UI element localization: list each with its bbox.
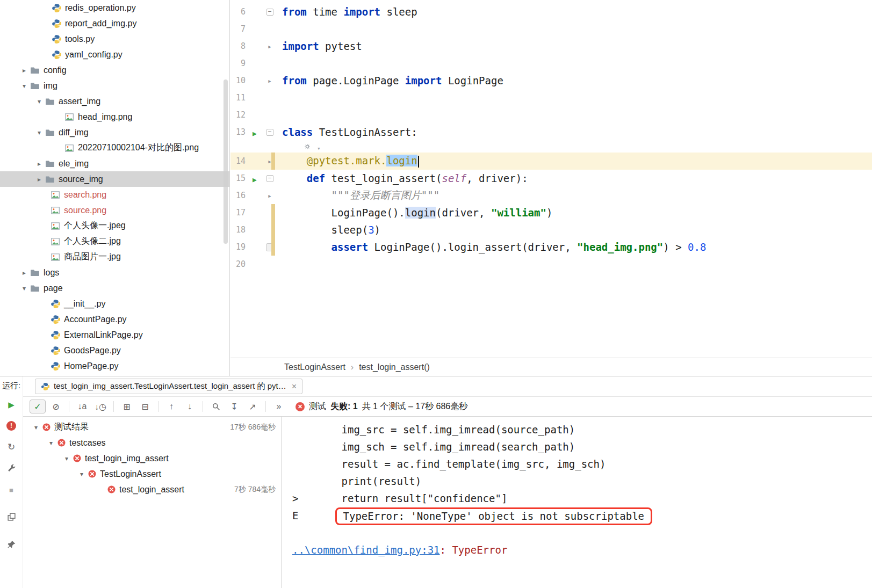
more-actions-button[interactable]: »	[271, 400, 287, 413]
magnifier-button[interactable]	[208, 400, 224, 413]
project-tree-item[interactable]: redis_operation.py	[0, 0, 229, 16]
fold-icon[interactable]: −	[266, 129, 273, 136]
chevron-right-icon[interactable]: ▸	[33, 160, 45, 168]
sort-by-duration-button[interactable]: ↓◷	[92, 400, 109, 413]
restore-layout-button[interactable]	[6, 511, 17, 522]
editor-line[interactable]: 8▸import pytest	[230, 38, 872, 55]
gutter-fold-column: ▸	[262, 157, 278, 165]
test-tree-item[interactable]: ▾TestLoginAssert	[23, 466, 281, 482]
project-tree-item[interactable]: 20220710002104-对比的图.png	[0, 140, 229, 156]
editor-line[interactable]: 9	[230, 55, 872, 72]
export-test-results-button[interactable]: ↗	[244, 400, 261, 413]
chevron-right-icon[interactable]: ▸	[18, 269, 30, 277]
project-tree-item[interactable]: ▾page	[0, 280, 229, 296]
project-tree-item[interactable]: report_add_img.py	[0, 16, 229, 31]
tree-item-label: diff_img	[59, 128, 89, 137]
import-test-results-button[interactable]: ↧	[226, 400, 242, 413]
breadcrumb-item[interactable]: TestLoginAssert	[284, 362, 345, 372]
show-passed-toggle[interactable]: ✓	[30, 400, 46, 413]
editor-panel[interactable]: 6−from time import sleep78▸import pytest…	[230, 0, 872, 358]
project-tree-item[interactable]: ▾assert_img	[0, 93, 229, 109]
next-failed-test-button[interactable]: ↓	[182, 400, 198, 413]
project-tree-item[interactable]: search.png	[0, 187, 229, 202]
project-tree-item[interactable]: __init__.py	[0, 296, 229, 311]
chevron-down-icon[interactable]: ▾	[45, 439, 57, 447]
project-tree-item[interactable]: GoodsPage.py	[0, 343, 229, 358]
chevron-down-icon[interactable]: ▾	[61, 455, 73, 462]
sort-alphabetically-button[interactable]: ↓a	[74, 400, 90, 413]
editor-line[interactable]: 7	[230, 20, 872, 38]
pin-tab-button[interactable]	[6, 539, 17, 550]
tree-item-label: page	[44, 284, 63, 293]
inlay-icons: ▾	[278, 141, 321, 153]
test-duration: 17秒 686毫秒	[230, 423, 281, 432]
project-tree-item[interactable]: 商品图片一.jpg	[0, 249, 229, 265]
stop-button[interactable]: ■	[6, 484, 17, 495]
breadcrumb-item[interactable]: test_login_assert()	[359, 362, 430, 372]
run-tool-window: 运行: ▶!↻■ test_login_img_assert.TestLogin…	[0, 376, 872, 588]
project-tree-item[interactable]: head_img.png	[0, 109, 229, 125]
project-tree-item[interactable]: 个人头像二.jpg	[0, 234, 229, 249]
fold-icon[interactable]: −	[266, 9, 273, 16]
project-tree-item[interactable]: ▾diff_img	[0, 125, 229, 140]
collapse-all-button[interactable]: ⊟	[137, 400, 153, 413]
project-tree-item[interactable]: source.png	[0, 202, 229, 218]
line-number: 8	[230, 41, 248, 51]
editor-line[interactable]: 10▸from page.LoginPage import LoginPage	[230, 72, 872, 89]
tree-item-label: __init__.py	[64, 299, 105, 309]
chevron-right-icon[interactable]: ▸	[18, 67, 30, 74]
stacktrace-link[interactable]: ..\common\find_img.py:31	[292, 544, 440, 556]
chevron-down-icon[interactable]: ▾	[76, 470, 88, 478]
project-tree-item[interactable]: ▾img	[0, 78, 229, 93]
editor-line[interactable]: 14▸ @pytest.mark.login	[230, 153, 872, 170]
project-tree-item[interactable]: 个人头像一.jpeg	[0, 218, 229, 234]
toggle-auto-test-button[interactable]: ↻	[6, 441, 17, 452]
chevron-right-icon[interactable]: ▸	[33, 176, 45, 183]
settings-wrench-button[interactable]	[6, 463, 17, 474]
previous-failed-test-button[interactable]: ↑	[163, 400, 179, 413]
editor-line[interactable]: 12	[230, 106, 872, 124]
editor-line[interactable]: 16▸ """登录后断言图片"""	[230, 187, 872, 204]
editor-line[interactable]: 17 LoginPage().login(driver, "william")	[230, 204, 872, 221]
editor-line[interactable]: 13▶−class TestLoginAssert:	[230, 124, 872, 141]
run-test-icon[interactable]: ▶	[253, 176, 257, 184]
editor-line[interactable]: 6−from time import sleep	[230, 3, 872, 20]
fold-arrow-icon[interactable]: ▸	[268, 192, 272, 200]
test-tree-item[interactable]: ▾测试结果17秒 686毫秒	[23, 419, 281, 435]
run-configuration-tab[interactable]: test_login_img_assert.TestLoginAssert.te…	[35, 379, 302, 394]
expand-all-button[interactable]: ⊞	[119, 400, 135, 413]
project-tree-item[interactable]: tools.py	[0, 31, 229, 47]
console-text: img_sch = self.img_imread(search_path)	[292, 441, 575, 453]
test-tree-item[interactable]: ▾test_login_img_assert	[23, 451, 281, 466]
tree-item-label: 商品图片一.jpg	[64, 251, 121, 263]
fold-icon[interactable]: −	[266, 175, 273, 182]
chevron-down-icon[interactable]: ▾	[18, 82, 30, 90]
project-tree-item[interactable]: ▸ele_img	[0, 156, 229, 171]
editor-line[interactable]: 18 sleep(3)	[230, 221, 872, 238]
editor-line[interactable]: 15▶− def test_login_assert(self, driver)…	[230, 170, 872, 187]
fold-arrow-icon[interactable]: ▸	[268, 77, 272, 85]
editor-line[interactable]: 11	[230, 89, 872, 106]
chevron-down-icon[interactable]: ▾	[30, 424, 42, 431]
rerun-tests-button[interactable]: ▶	[6, 400, 17, 410]
fold-arrow-icon[interactable]: ▸	[268, 42, 272, 50]
test-tree-item[interactable]: test_login_assert7秒 784毫秒	[23, 482, 281, 497]
project-tree-item[interactable]: ▸config	[0, 62, 229, 78]
editor-line[interactable]: 20	[230, 256, 872, 273]
editor-line[interactable]: 19 assert LoginPage().login_assert(drive…	[230, 238, 872, 256]
project-tree-item[interactable]: AccountPage.py	[0, 311, 229, 327]
chevron-down-icon[interactable]: ▾	[33, 129, 45, 136]
project-tree-scrollbar[interactable]	[224, 79, 228, 244]
run-test-icon[interactable]: ▶	[253, 129, 257, 137]
close-icon[interactable]: ×	[292, 382, 297, 391]
project-tree-item[interactable]: ▸logs	[0, 265, 229, 280]
test-tree-item[interactable]: ▾testcases	[23, 435, 281, 451]
project-tree-item[interactable]: ▸source_img	[0, 171, 229, 187]
chevron-down-icon[interactable]: ▾	[18, 285, 30, 292]
project-tree-item[interactable]: ExternalLinkPage.py	[0, 327, 229, 343]
project-tree-item[interactable]: HomePage.py	[0, 358, 229, 374]
rerun-failed-tests-button[interactable]: !	[6, 421, 16, 431]
project-tree-item[interactable]: yaml_config.py	[0, 47, 229, 62]
show-ignored-toggle[interactable]: ⊘	[48, 400, 64, 413]
chevron-down-icon[interactable]: ▾	[33, 98, 45, 105]
